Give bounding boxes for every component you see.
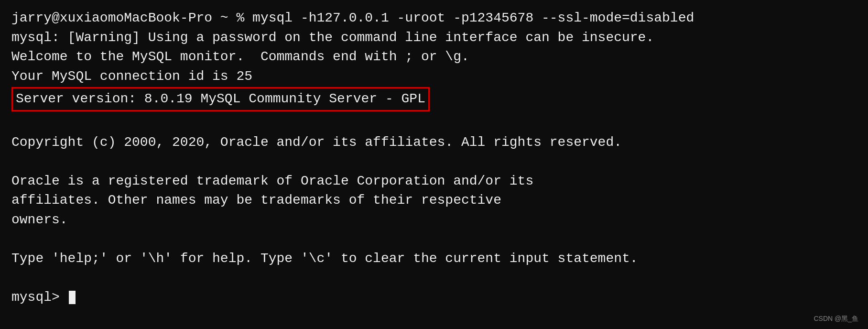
copyright-line: Copyright (c) 2000, 2020, Oracle and/or … xyxy=(11,133,857,153)
help-line: Type 'help;' or '\h' for help. Type '\c'… xyxy=(11,249,857,269)
oracle-line-1: Oracle is a registered trademark of Orac… xyxy=(11,172,857,191)
cmd-line: jarry@xuxiaomoMacBook-Pro ~ % mysql -h12… xyxy=(11,9,857,28)
watermark-label: CSDN @黑_鱼 xyxy=(814,315,858,323)
server-version-highlighted: Server version: 8.0.19 MySQL Community S… xyxy=(11,87,430,111)
cursor xyxy=(69,291,76,304)
welcome-line: Welcome to the MySQL monitor. Commands e… xyxy=(11,47,857,67)
blank-line xyxy=(11,152,857,172)
oracle-line-3: owners. xyxy=(11,210,857,230)
connection-id-line: Your MySQL connection id is 25 xyxy=(11,67,857,87)
blank-line xyxy=(11,113,857,133)
blank-line xyxy=(11,269,857,288)
oracle-line-2: affiliates. Other names may be trademark… xyxy=(11,191,857,210)
blank-line xyxy=(11,230,857,250)
prompt-line[interactable]: mysql> xyxy=(11,288,857,307)
terminal-output: jarry@xuxiaomoMacBook-Pro ~ % mysql -h12… xyxy=(11,9,857,307)
warning-line: mysql: [Warning] Using a password on the… xyxy=(11,28,857,48)
